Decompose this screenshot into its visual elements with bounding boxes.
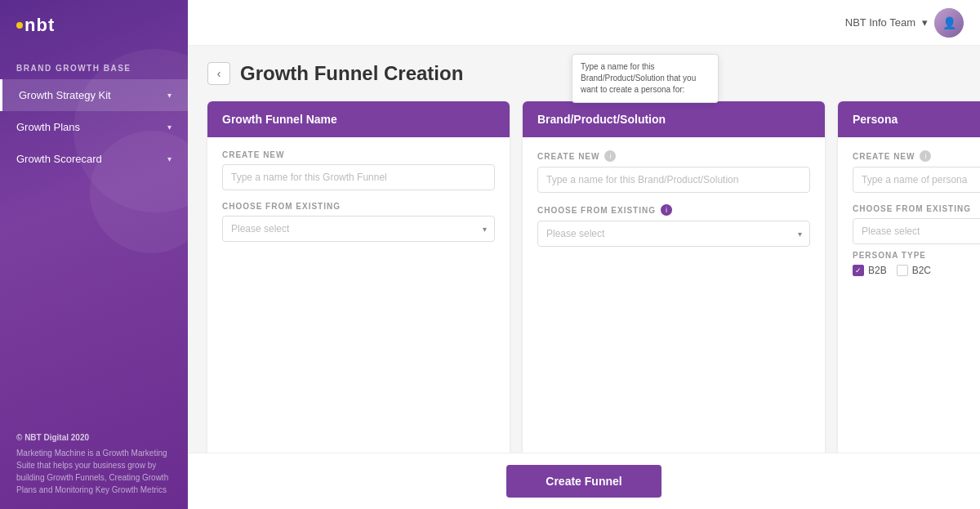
main-content: NBT Info Team ▾ 👤 ‹ Growth Funnel Creati…: [188, 0, 980, 509]
logo-text: nbt: [24, 15, 55, 36]
brand-tooltip: Type a name for this Brand/Product/Solut…: [572, 54, 719, 103]
b2b-checkbox-label[interactable]: ✓ B2B: [853, 265, 887, 276]
persona-create-new-label: CREATE NEW: [853, 152, 915, 161]
persona-create-new-row: CREATE NEW i: [853, 150, 980, 162]
brand-create-new-label: CREATE NEW: [537, 152, 599, 161]
avatar: 👤: [934, 8, 964, 38]
funnel-name-select-wrapper: Please select ▾: [222, 216, 495, 242]
logo-dot: [16, 22, 23, 29]
topbar-user[interactable]: NBT Info Team ▾ 👤: [845, 8, 964, 38]
sidebar-item-growth-scorecard[interactable]: Growth Scorecard ▾: [0, 143, 188, 175]
page-title: Growth Funnel Creation: [240, 62, 463, 85]
brand-choose-existing-label: CHOOSE FROM EXISTING: [537, 206, 656, 215]
team-name: NBT Info Team: [845, 16, 915, 29]
content-area: ‹ Growth Funnel Creation Growth Funnel N…: [188, 46, 980, 453]
funnel-name-card: Growth Funnel Name CREATE NEW CHOOSE FRO…: [207, 101, 510, 453]
brand-select-wrapper: Please select ▾: [537, 221, 810, 247]
create-funnel-button[interactable]: Create Funnel: [506, 465, 661, 498]
sidebar: nbt BRAND GROWTH BASE Growth Strategy Ki…: [0, 0, 188, 509]
persona-type-row: ✓ B2B B2C: [853, 265, 980, 276]
brand-card: Brand/Product/Solution CREATE NEW i Type…: [523, 101, 825, 453]
sidebar-logo: nbt: [0, 0, 188, 51]
funnel-name-input[interactable]: [222, 164, 495, 190]
brand-select[interactable]: Please select: [537, 221, 810, 247]
persona-card: Persona CREATE NEW i CHOOSE FROM EXISTIN…: [838, 101, 980, 453]
persona-type-label: PERSONA TYPE: [853, 251, 980, 260]
b2b-label: B2B: [868, 265, 887, 276]
brand-name-input[interactable]: [537, 167, 810, 193]
choose-existing-label: CHOOSE FROM EXISTING: [222, 202, 495, 211]
funnel-name-select[interactable]: Please select: [222, 216, 495, 242]
top-cards-row: Growth Funnel Name CREATE NEW CHOOSE FRO…: [207, 101, 960, 453]
brand-card-header: Brand/Product/Solution: [523, 101, 825, 137]
bottom-bar: Create Funnel: [188, 453, 980, 509]
back-button[interactable]: ‹: [207, 62, 230, 85]
persona-card-header: Persona: [838, 101, 980, 137]
chevron-icon: ▾: [167, 154, 172, 163]
persona-name-input[interactable]: [853, 167, 980, 193]
persona-select-wrapper: Please select ▾: [853, 218, 980, 244]
brand-card-body: CREATE NEW i Type a name for this Brand/…: [523, 137, 825, 260]
check-icon: ✓: [855, 266, 862, 275]
persona-info-icon[interactable]: i: [920, 150, 931, 162]
persona-select[interactable]: Please select: [853, 218, 980, 244]
sidebar-item-growth-strategy-kit[interactable]: Growth Strategy Kit ▾: [0, 79, 188, 111]
sidebar-item-label: Growth Plans: [16, 121, 80, 133]
avatar-image: 👤: [934, 8, 964, 38]
b2c-checkbox-label[interactable]: B2C: [897, 265, 931, 276]
footer-description: Marketing Machine is a Growth Marketing …: [16, 447, 172, 496]
chevron-icon: ▾: [167, 91, 172, 100]
persona-card-body: CREATE NEW i CHOOSE FROM EXISTING Please…: [838, 137, 980, 289]
persona-choose-existing-label: CHOOSE FROM EXISTING: [853, 204, 980, 213]
topbar: NBT Info Team ▾ 👤: [188, 0, 980, 46]
chevron-icon: ▾: [167, 123, 172, 132]
sidebar-item-growth-plans[interactable]: Growth Plans ▾: [0, 111, 188, 143]
chevron-down-icon: ▾: [922, 16, 928, 29]
brand-choose-info-icon[interactable]: i: [661, 204, 672, 216]
b2c-checkbox[interactable]: [897, 265, 908, 276]
b2c-label: B2C: [912, 265, 931, 276]
sidebar-section-label: BRAND GROWTH BASE: [0, 51, 188, 79]
brand-create-new-row: CREATE NEW i: [537, 150, 810, 162]
funnel-name-card-header: Growth Funnel Name: [207, 101, 510, 137]
sidebar-item-label: Growth Strategy Kit: [19, 89, 111, 101]
funnel-name-card-body: CREATE NEW CHOOSE FROM EXISTING Please s…: [207, 137, 510, 255]
sidebar-item-label: Growth Scorecard: [16, 153, 102, 165]
b2b-checkbox[interactable]: ✓: [853, 265, 864, 276]
sidebar-footer: © NBT Digital 2020 Marketing Machine is …: [0, 418, 188, 509]
brand-choose-existing-row: CHOOSE FROM EXISTING i: [537, 204, 810, 216]
create-new-label: CREATE NEW: [222, 150, 495, 159]
copyright-text: © NBT Digital 2020: [16, 431, 172, 444]
brand-info-icon[interactable]: i: [604, 150, 616, 162]
